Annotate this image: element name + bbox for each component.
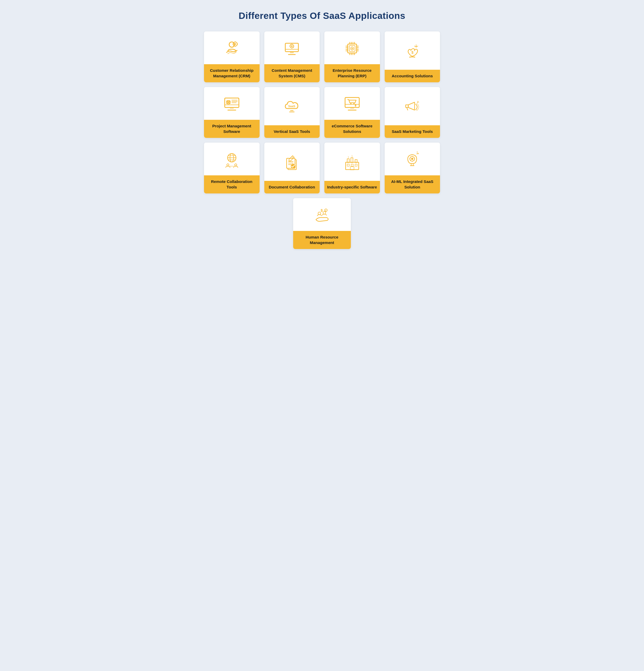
card-ecommerce: eCommerce Software Solutions [324,87,380,138]
card-ai-ml: AI-ML Integrated SaaS Solution [385,142,440,193]
svg-line-83 [292,156,294,158]
card-marketing-icon-area [385,87,440,125]
card-hrm-icon-area: $ $ [293,198,351,231]
ai-ml-icon [403,150,421,169]
card-project-mgmt: Project Management Software [204,87,260,138]
card-remote-collab-label: Remote Collaboration Tools [204,175,260,193]
card-cms-icon-area [264,31,320,64]
svg-text:SaaS: SaaS [288,104,295,108]
accounting-icon: $ [403,42,421,60]
card-vertical-saas-label: Vertical SaaS Tools [264,125,320,138]
svg-line-64 [407,107,408,110]
card-ai-ml-icon-area [385,142,440,175]
card-crm-label: Customer Relationship Management (CRM) [204,64,260,82]
card-project-mgmt-label: Project Management Software [204,120,260,138]
svg-point-75 [235,164,237,166]
card-ai-ml-label: AI-ML Integrated SaaS Solution [385,175,440,193]
svg-rect-89 [351,164,353,166]
card-project-mgmt-icon-area [204,87,260,120]
svg-rect-86 [351,158,353,163]
svg-point-65 [417,102,418,103]
card-hrm-label: Human Resource Management [293,231,351,249]
svg-point-108 [318,212,321,215]
row-4: $ $ Human Resource Management [204,198,440,249]
card-industry-icon-area [324,142,380,181]
card-industry: Industry-specific Software [324,142,380,193]
row-3: Remote Collaboration Tools [204,142,440,193]
card-erp: Enterprise Resource Planning (ERP) [324,31,380,82]
cms-icon [283,39,301,58]
card-accounting-icon-area: $ [385,31,440,70]
card-ecommerce-icon-area [324,87,380,120]
doc-collab-icon [283,153,301,172]
card-accounting: $ Accounting Solutions [385,31,440,82]
card-erp-label: Enterprise Resource Planning (ERP) [324,64,380,82]
crm-icon [223,39,241,58]
svg-point-93 [411,158,413,160]
industry-icon [343,153,361,172]
card-remote-collab: Remote Collaboration Tools [204,142,260,193]
hrm-icon: $ $ [313,206,331,224]
svg-point-61 [350,103,351,104]
svg-point-62 [353,103,355,104]
svg-rect-88 [347,164,349,166]
svg-rect-9 [290,52,294,53]
project-mgmt-icon [223,95,241,113]
page-container: Different Types Of SaaS Applications [204,11,440,249]
card-cms: Content Management System (CMS) [264,31,320,82]
svg-text:$: $ [411,50,413,54]
card-erp-icon-area [324,31,380,64]
svg-rect-63 [406,105,408,107]
svg-line-41 [417,46,418,47]
svg-rect-84 [346,162,359,169]
svg-point-22 [351,48,353,49]
card-remote-collab-icon-area [204,142,260,175]
card-cms-label: Content Management System (CMS) [264,64,320,82]
card-marketing: SaaS Marketing Tools [385,87,440,138]
svg-rect-59 [350,107,354,109]
card-vertical-saas: SaaS Vertical SaaS Tools [264,87,320,138]
svg-text:$: $ [325,210,326,212]
marketing-icon [403,98,421,116]
card-crm-icon-area [204,31,260,64]
card-accounting-label: Accounting Solutions [385,70,440,83]
card-ecommerce-label: eCommerce Software Solutions [324,120,380,138]
svg-point-74 [227,164,229,166]
svg-text:$: $ [321,208,323,213]
erp-icon [343,39,361,58]
card-vertical-saas-icon-area: SaaS [264,87,320,125]
svg-line-68 [418,101,419,102]
card-hrm: $ $ Human Resource Management [293,198,351,249]
card-doc-collab-label: Document Collaboration [264,181,320,194]
remote-collab-icon [223,150,241,169]
svg-point-12 [291,45,293,47]
svg-point-109 [323,212,326,214]
row-2: Project Management Software SaaS Vertica… [204,87,440,138]
svg-line-40 [414,46,416,47]
card-industry-label: Industry-specific Software [324,181,380,194]
page-title: Different Types Of SaaS Applications [204,11,440,21]
ecommerce-icon [343,95,361,113]
card-marketing-label: SaaS Marketing Tools [385,125,440,138]
card-crm: Customer Relationship Management (CRM) [204,31,260,82]
svg-rect-90 [355,164,357,166]
row-1: Customer Relationship Management (CRM) [204,31,440,82]
svg-rect-46 [230,107,234,109]
vertical-saas-icon: SaaS [283,98,301,116]
card-doc-collab-icon-area [264,142,320,181]
svg-point-42 [416,46,417,48]
svg-point-2 [234,43,236,45]
card-doc-collab: Document Collaboration [264,142,320,193]
